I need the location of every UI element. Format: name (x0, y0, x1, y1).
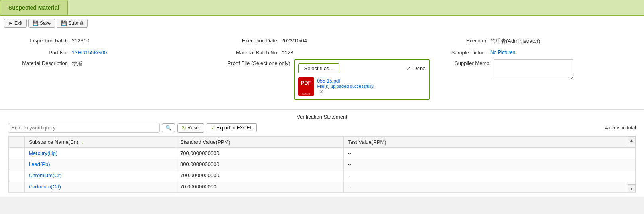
scroll-down-button[interactable]: ▼ (628, 184, 636, 192)
col-header-checkbox (9, 137, 25, 148)
submit-icon: 💾 (61, 20, 67, 26)
file-name[interactable]: 055-15.pdf (317, 78, 374, 84)
row-substance[interactable]: Chromium(Cr) (25, 170, 176, 181)
scroll-up-button[interactable]: ▲ (628, 136, 636, 144)
row-test: -- (344, 170, 636, 181)
row-checkbox-cell (9, 181, 25, 192)
done-row: ✓ Done (406, 65, 425, 72)
file-row: PDF 055-15.pdf File(s) uploaded successf… (298, 77, 426, 96)
inspection-batch-label: Inspection batch (8, 37, 72, 44)
row-standard: 700.0000000000 (176, 148, 344, 159)
executor-label: Executor (427, 37, 490, 44)
row-checkbox-cell (9, 170, 25, 181)
tab-header: Suspected Material (0, 0, 644, 16)
file-success-message: File(s) uploaded successfully. (317, 84, 374, 89)
data-table: Substance Name(En) ↓ Standard Value(PPM)… (8, 136, 636, 192)
verification-section: Verification Statement 🔍 ↻ Reset ✓ Expor… (0, 110, 644, 197)
row-substance[interactable]: Cadmium(Cd) (25, 181, 176, 192)
reset-icon: ↻ (182, 125, 186, 131)
col-header-substance[interactable]: Substance Name(En) ↓ (25, 137, 176, 148)
row-checkbox-cell (9, 148, 25, 159)
row-substance[interactable]: Lead(Pb) (25, 159, 176, 170)
col-header-test: Test Value(PPM) (344, 137, 636, 148)
execution-date-value: 2023/10/04 (281, 37, 307, 44)
row-test: -- (344, 181, 636, 192)
exit-button[interactable]: ► Exit (4, 19, 27, 28)
pdf-icon: PDF (298, 77, 314, 96)
row-test: -- (344, 148, 636, 159)
total-count: 4 items in total (605, 125, 636, 131)
toolbar: ► Exit 💾 Save 💾 Submit (0, 16, 644, 31)
row-standard: 800.0000000000 (176, 159, 344, 170)
table-row: Cadmium(Cd) 70.0000000000 -- (9, 181, 636, 192)
search-icon: 🔍 (165, 125, 171, 131)
form-area: Inspection batch 202310 Execution Date 2… (0, 31, 644, 110)
search-row: 🔍 ↻ Reset ✓ Export to EXCEL 4 items in t… (8, 123, 636, 133)
row-substance[interactable]: Mercury(Hg) (25, 148, 176, 159)
done-check-icon: ✓ (406, 65, 411, 72)
save-button[interactable]: 💾 Save (28, 19, 55, 28)
done-label: Done (413, 65, 425, 71)
executor-value: 管理者(Administrator) (490, 37, 540, 45)
save-icon: 💾 (33, 20, 39, 26)
table-row: Mercury(Hg) 700.0000000000 -- (9, 148, 636, 159)
proof-file-area: Select files... ✓ Done PDF 055-15.pdf Fi… (294, 59, 430, 100)
material-desc-value: 塗層 (72, 59, 82, 67)
table-row: Chromium(Cr) 700.0000000000 -- (9, 170, 636, 181)
material-desc-label: Material Description (8, 59, 72, 66)
reset-button[interactable]: ↻ Reset (177, 123, 204, 133)
table-wrapper: Substance Name(En) ↓ Standard Value(PPM)… (8, 136, 636, 193)
row-standard: 70.0000000000 (176, 181, 344, 192)
no-pictures-value: No Pictures (490, 49, 515, 55)
supplier-memo-label: Supplier Memo (430, 59, 494, 66)
search-input[interactable] (8, 123, 160, 133)
execution-date-label: Execution Date (217, 37, 281, 44)
file-info: 055-15.pdf File(s) uploaded successfully… (317, 78, 374, 95)
submit-button[interactable]: 💾 Submit (57, 19, 87, 28)
supplier-memo-input[interactable] (494, 59, 573, 79)
row-standard: 700.0000000000 (176, 170, 344, 181)
tab-suspected-material[interactable]: Suspected Material (0, 0, 68, 15)
search-button[interactable]: 🔍 (162, 123, 175, 132)
proof-file-label: Proof File (Select one only) (215, 59, 294, 66)
inspection-batch-value: 202310 (72, 37, 89, 44)
section-title: Verification Statement (8, 114, 636, 120)
export-button[interactable]: ✓ Export to EXCEL (207, 123, 257, 132)
table-row: Lead(Pb) 800.0000000000 -- (9, 159, 636, 170)
part-no-label: Part No. (8, 49, 72, 55)
row-test: -- (344, 159, 636, 170)
material-batch-value: A123 (281, 49, 293, 55)
row-checkbox-cell (9, 159, 25, 170)
exit-icon: ► (8, 20, 13, 26)
col-header-standard: Standard Value(PPM) (176, 137, 344, 148)
sample-picture-label: Sample Picture (427, 49, 490, 55)
export-icon: ✓ (211, 125, 215, 131)
part-no-value[interactable]: 13HD150KG00 (72, 49, 107, 55)
sort-icon[interactable]: ↓ (81, 139, 84, 145)
material-batch-label: Material Batch No (217, 49, 281, 55)
select-files-button[interactable]: Select files... (298, 63, 340, 73)
file-remove-button[interactable]: ✕ (319, 89, 374, 95)
